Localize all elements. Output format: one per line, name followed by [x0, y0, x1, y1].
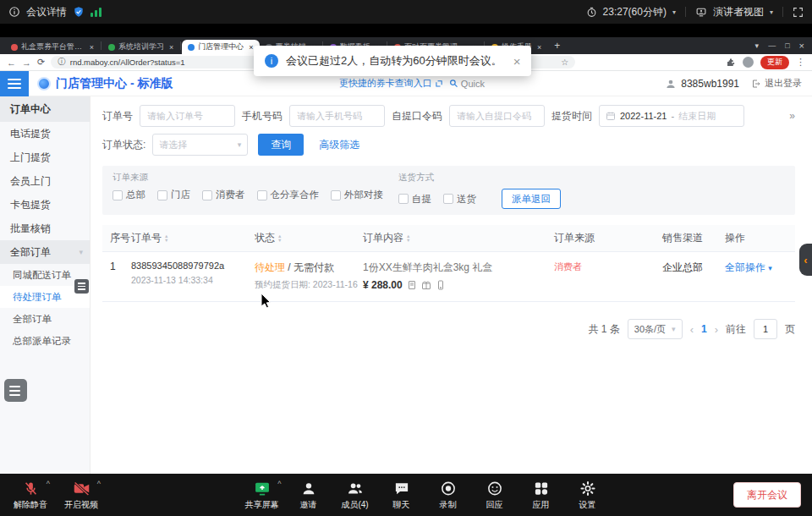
video-options-caret-icon[interactable]: ^ [97, 480, 101, 488]
invite-button[interactable]: 邀请 [287, 479, 331, 511]
shield-check-icon[interactable] [73, 6, 85, 18]
menu-hamburger-button[interactable] [0, 71, 29, 96]
bookmark-star-icon[interactable]: ☆ [561, 58, 568, 67]
settings-button[interactable]: 设置 [566, 479, 610, 511]
filter-panel: 订单来源 总部 门店 消费者 仓分享合作 外部对接 送货方式 [102, 166, 795, 215]
browser-tab[interactable]: 礼盒票券平台管理中心 × [5, 40, 100, 54]
col-order-no[interactable]: 订单号▲▼ [131, 231, 255, 245]
dispatch-return-button[interactable]: 派单退回 [502, 189, 561, 209]
checkbox-icon[interactable] [331, 190, 341, 200]
view-mode-caret-icon[interactable]: ▾ [770, 8, 773, 16]
checkbox-option-self-pickup[interactable]: 自提 [398, 193, 431, 206]
order-status-select[interactable]: 请选择 ▾ [152, 134, 248, 156]
checkbox-icon[interactable] [443, 194, 453, 204]
phone-icon[interactable] [436, 280, 446, 290]
browser-profile-avatar[interactable] [743, 57, 754, 68]
order-number[interactable]: 83859345088979792a [131, 261, 255, 271]
sidebar-item-card-pickup[interactable]: 卡包提货 [0, 193, 90, 217]
leave-meeting-button[interactable]: 离开会议 [733, 482, 801, 508]
goto-page-input[interactable] [754, 319, 777, 339]
reload-icon[interactable]: ⟳ [37, 57, 45, 68]
meeting-details-label[interactable]: 会议详情 [26, 5, 67, 19]
browser-tab[interactable]: 系统培训学习 × [102, 40, 179, 54]
checkbox-icon[interactable] [202, 190, 212, 200]
prev-page-icon[interactable]: ‹ [690, 323, 694, 336]
extensions-puzzle-icon[interactable] [726, 58, 736, 68]
collapse-panel-icon[interactable]: » [789, 110, 795, 122]
reaction-button[interactable]: 回应 [473, 479, 517, 511]
window-close-button[interactable]: × [799, 41, 804, 51]
tab-close-icon[interactable]: × [537, 43, 541, 52]
search-button[interactable]: 查询 [258, 134, 304, 156]
apps-button[interactable]: 应用 [519, 479, 563, 511]
members-button[interactable]: 成员(4) [333, 479, 377, 511]
record-button[interactable]: 录制 [426, 479, 470, 511]
share-options-caret-icon[interactable]: ^ [277, 480, 281, 488]
window-minimize-button[interactable]: — [768, 41, 776, 50]
new-tab-button[interactable]: + [554, 40, 560, 52]
window-maximize-button[interactable]: □ [785, 41, 789, 50]
checkbox-option-external[interactable]: 外部对接 [331, 189, 383, 201]
sidebar-item-phone-pickup[interactable]: 电话提货 [0, 122, 90, 145]
order-status-label: 订单状态: [102, 138, 145, 152]
gift-icon[interactable] [421, 280, 431, 290]
mute-button[interactable]: 解除静音 ^ [8, 479, 52, 511]
side-drawer-handle[interactable]: ‹ [799, 244, 812, 276]
forward-icon[interactable]: → [22, 58, 31, 68]
checkbox-option-warehouse-share[interactable]: 仓分享合作 [257, 189, 320, 201]
page-size-select[interactable]: 30条/页 ▾ [628, 319, 683, 339]
checkbox-option-hq[interactable]: 总部 [112, 189, 145, 201]
timer-caret-icon[interactable]: ▾ [672, 8, 676, 16]
user-account[interactable]: 8385wb1991 [665, 78, 739, 90]
sidebar-item-hq-dispatch-records[interactable]: 总部派单记录 [0, 330, 90, 352]
date-range-picker[interactable]: 2022-11-21 - 结束日期 [599, 105, 744, 127]
fullscreen-icon[interactable] [793, 7, 804, 18]
checkbox-icon[interactable] [398, 194, 409, 204]
col-status[interactable]: 状态▲▼ [255, 231, 363, 245]
sidebar-group-all-orders[interactable]: 全部订单 ▾ [0, 240, 90, 264]
tab-search-icon[interactable]: ▾ [755, 41, 760, 50]
meeting-bottom-bar: 解除静音 ^ 开启视频 ^ 共享屏幕 ^ 邀请 [0, 474, 812, 516]
quick-search-link[interactable]: Quick [449, 79, 485, 89]
checkbox-option-consumer[interactable]: 消费者 [202, 189, 245, 201]
coupon-query-entry-link[interactable]: 更快捷的券卡查询入口 [339, 77, 443, 90]
view-mode-label[interactable]: 演讲者视图 [713, 5, 764, 19]
mute-options-caret-icon[interactable]: ^ [47, 480, 50, 488]
sidebar-drag-handle[interactable] [74, 279, 89, 294]
tab-close-icon[interactable]: × [169, 43, 173, 52]
checkbox-icon[interactable] [157, 190, 167, 200]
back-icon[interactable]: ← [7, 58, 16, 68]
sidebar-item-batch-verify[interactable]: 批量核销 [0, 217, 90, 240]
pickup-code-input[interactable] [449, 105, 545, 127]
browser-menu-kebab-icon[interactable]: ⋮ [796, 57, 805, 68]
sidebar-item-door-pickup[interactable]: 上门提货 [0, 145, 90, 169]
tab-close-icon[interactable]: × [249, 43, 253, 52]
advanced-filter-link[interactable]: 高级筛选 [319, 138, 359, 152]
browser-update-button[interactable]: 更新 [760, 56, 789, 69]
network-signal-icon[interactable] [91, 7, 102, 17]
phone-input[interactable] [289, 105, 385, 127]
current-page[interactable]: 1 [701, 323, 707, 335]
checkbox-icon[interactable] [257, 190, 267, 200]
browser-tab-active[interactable]: 门店管理中心 × [182, 40, 259, 54]
site-info-icon[interactable]: ⓘ [58, 57, 66, 68]
checkbox-option-store[interactable]: 门店 [157, 189, 190, 201]
tab-title: 门店管理中心 [198, 41, 244, 52]
info-icon[interactable] [8, 6, 20, 18]
receipt-icon[interactable] [407, 280, 417, 290]
checkbox-option-delivery[interactable]: 送货 [443, 193, 476, 206]
toast-close-icon[interactable]: × [513, 54, 521, 69]
video-button[interactable]: 开启视频 ^ [59, 479, 103, 511]
tab-close-icon[interactable]: × [90, 43, 94, 52]
floating-list-button[interactable] [4, 379, 27, 402]
col-content[interactable]: 订单内容▲▼ [363, 231, 554, 245]
sidebar-item-member-visit[interactable]: 会员上门 [0, 169, 90, 193]
chat-button[interactable]: 聊天 [380, 479, 424, 511]
share-screen-button[interactable]: 共享屏幕 ^ [240, 479, 284, 511]
order-no-input[interactable] [140, 105, 235, 127]
all-actions-dropdown[interactable]: 全部操作 ▾ [725, 261, 772, 273]
sidebar-item-all-orders[interactable]: 全部订单 [0, 308, 90, 330]
checkbox-icon[interactable] [112, 190, 123, 200]
logout-button[interactable]: 退出登录 [751, 77, 802, 90]
next-page-icon[interactable]: › [715, 323, 718, 336]
